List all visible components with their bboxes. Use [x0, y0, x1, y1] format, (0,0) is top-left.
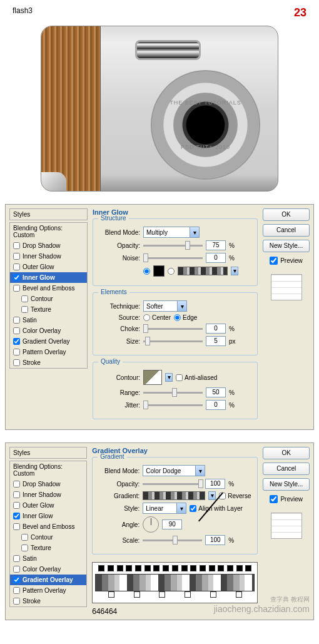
anti-aliased-checkbox[interactable]: [176, 374, 183, 381]
opacity-input[interactable]: 100: [205, 479, 225, 489]
jitter-input[interactable]: 0: [206, 400, 226, 410]
opacity-stop[interactable]: [135, 565, 141, 571]
style-satin[interactable]: Satin: [10, 315, 87, 325]
chevron-down-icon[interactable]: ▾: [208, 491, 216, 500]
blending-options[interactable]: Blending Options: Custom: [10, 223, 87, 240]
style-texture[interactable]: Texture: [10, 543, 86, 553]
preview-swatch: [271, 513, 302, 539]
color-stop[interactable]: [159, 591, 165, 598]
size-input[interactable]: 5: [206, 336, 226, 346]
style-contour[interactable]: Contour: [10, 294, 87, 304]
style-gradient_overlay[interactable]: Gradient Overlay: [10, 336, 87, 347]
style-contour[interactable]: Contour: [10, 532, 86, 543]
style-pattern_overlay[interactable]: Pattern Overlay: [10, 585, 86, 596]
style-drop_shadow[interactable]: Drop Shadow: [10, 479, 86, 489]
noise-input[interactable]: 0: [206, 253, 226, 263]
chevron-down-icon[interactable]: ▾: [165, 373, 173, 382]
style-color_overlay[interactable]: Color Overlay: [10, 325, 87, 336]
layer-style-dialog-inner-glow: Styles Blending Options: Custom Drop Sha…: [5, 204, 314, 430]
cancel-button[interactable]: Cancel: [263, 463, 310, 475]
opacity-stop[interactable]: [153, 565, 160, 571]
styles-header[interactable]: Styles: [9, 208, 88, 220]
choke-slider[interactable]: [143, 328, 203, 330]
opacity-stop[interactable]: [181, 565, 188, 571]
styles-header[interactable]: Styles: [9, 447, 87, 459]
blend-mode-select[interactable]: Multiply▾: [143, 227, 200, 238]
opacity-stop[interactable]: [245, 565, 251, 571]
gradient-picker[interactable]: [143, 491, 205, 500]
opacity-stop[interactable]: [236, 565, 243, 571]
color-swatch[interactable]: [153, 265, 165, 277]
align-checkbox[interactable]: [190, 505, 196, 512]
source-center-radio[interactable]: [143, 314, 150, 321]
gradient-swatch[interactable]: [178, 267, 228, 275]
angle-input[interactable]: 90: [162, 519, 182, 529]
color-stop[interactable]: [134, 591, 140, 598]
ok-button[interactable]: OK: [263, 208, 310, 221]
angle-dial[interactable]: [143, 516, 159, 533]
style-bevel[interactable]: Bevel and Emboss: [10, 521, 86, 532]
style-inner_glow[interactable]: Inner Glow: [10, 511, 86, 521]
opacity-slider[interactable]: [143, 245, 203, 247]
color-radio[interactable]: [143, 268, 150, 275]
chevron-down-icon[interactable]: ▾: [231, 267, 238, 275]
ok-button[interactable]: OK: [263, 447, 310, 459]
opacity-stop[interactable]: [200, 565, 206, 571]
choke-input[interactable]: 0: [206, 324, 226, 334]
color-stop[interactable]: [185, 591, 191, 598]
style-drop_shadow[interactable]: Drop Shadow: [10, 240, 87, 251]
opacity-stop[interactable]: [144, 565, 151, 571]
style-satin[interactable]: Satin: [10, 553, 86, 564]
layer-style-dialog-gradient-overlay: Styles Blending Options: Custom Drop Sha…: [5, 442, 314, 620]
scale-slider[interactable]: [143, 539, 202, 541]
new-style-button[interactable]: New Style...: [263, 240, 310, 252]
cancel-button[interactable]: Cancel: [263, 224, 310, 237]
color-stop[interactable]: [210, 591, 216, 598]
range-input[interactable]: 50: [206, 387, 226, 397]
watermark-url: jiaocheng.chazidian.com: [214, 604, 310, 614]
blend-mode-select[interactable]: Color Dodge▾: [143, 465, 205, 476]
color-stop[interactable]: [108, 591, 114, 598]
style-pattern_overlay[interactable]: Pattern Overlay: [10, 347, 87, 357]
style-outer_glow[interactable]: Outer Glow: [10, 500, 86, 511]
style-texture[interactable]: Texture: [10, 304, 87, 315]
style-stroke[interactable]: Stroke: [10, 357, 87, 368]
opacity-stop[interactable]: [163, 565, 169, 571]
opacity-stop[interactable]: [209, 565, 215, 571]
style-color_overlay[interactable]: Color Overlay: [10, 564, 86, 575]
gradient-editor[interactable]: [92, 562, 258, 603]
new-style-button[interactable]: New Style...: [263, 478, 310, 491]
color-stop[interactable]: [236, 591, 242, 598]
preview-checkbox[interactable]: [270, 495, 278, 503]
opacity-stop[interactable]: [98, 565, 104, 571]
scale-input[interactable]: 100: [205, 535, 225, 545]
jitter-slider[interactable]: [143, 404, 203, 406]
opacity-input[interactable]: 75: [206, 240, 226, 250]
gradient-style-select[interactable]: Linear▾: [143, 503, 186, 514]
contour-picker[interactable]: [143, 370, 162, 385]
opacity-slider[interactable]: [143, 483, 202, 485]
style-bevel[interactable]: Bevel and Emboss: [10, 283, 87, 294]
style-stroke[interactable]: Stroke: [10, 596, 86, 606]
opacity-stop[interactable]: [227, 565, 233, 571]
doc-title: flash3: [13, 6, 33, 19]
opacity-stop[interactable]: [108, 565, 114, 571]
style-gradient_overlay[interactable]: Gradient Overlay: [10, 575, 86, 585]
range-slider[interactable]: [143, 392, 203, 394]
style-inner_shadow[interactable]: Inner Shadow: [10, 251, 87, 262]
opacity-stop[interactable]: [218, 565, 224, 571]
preview-checkbox[interactable]: [270, 257, 278, 265]
opacity-stop[interactable]: [190, 565, 196, 571]
opacity-stop[interactable]: [172, 565, 178, 571]
size-slider[interactable]: [143, 340, 203, 342]
opacity-stop[interactable]: [126, 565, 132, 571]
source-edge-radio[interactable]: [174, 314, 181, 321]
noise-slider[interactable]: [143, 257, 203, 259]
technique-select[interactable]: Softer▾: [143, 300, 187, 312]
style-outer_glow[interactable]: Outer Glow: [10, 262, 87, 272]
blending-options[interactable]: Blending Options: Custom: [10, 461, 86, 479]
opacity-stop[interactable]: [117, 565, 123, 571]
style-inner_shadow[interactable]: Inner Shadow: [10, 489, 86, 500]
gradient-radio[interactable]: [168, 268, 175, 275]
style-inner_glow[interactable]: Inner Glow: [10, 272, 87, 283]
